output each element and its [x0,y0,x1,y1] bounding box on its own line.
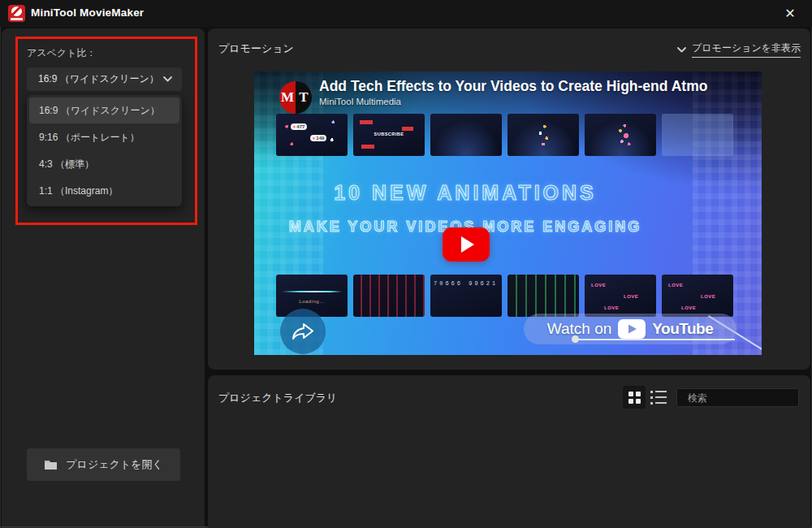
list-view-button[interactable] [650,387,672,407]
thumbnail-text: 477 [291,123,307,130]
youtube-play-button[interactable] [443,227,490,262]
search-input[interactable] [686,392,812,405]
aspect-ratio-dropdown: 16:9 （ワイドスクリーン）9:16 （ポートレート）4:3 （標準）1:1 … [27,95,182,206]
thumbnail-text: LOVE [681,305,696,310]
video-progress-handle[interactable] [572,335,579,343]
thumbnail-row-top: 477149SUBSCRIBE [254,114,762,156]
video-thumbnail-globe-pink [585,114,656,156]
youtube-video-player[interactable]: M T Add Tech Effects to Your Videos to C… [254,71,762,355]
open-project-button[interactable]: プロジェクトを開く [27,448,180,481]
promotion-title: プロモーション [218,41,294,56]
hide-promotion-link[interactable]: プロモーションを非表示 [677,41,801,58]
video-thumbnail-social: 477149 [276,114,348,156]
project-library-title: プロジェクトライブラリ [218,391,337,405]
title-bar: MiniTool MovieMaker ✕ [0,0,812,27]
video-title[interactable]: Add Tech Effects to Your Videos to Creat… [319,78,762,95]
video-headline-1: 10 NEW ANIMATIONS [254,181,676,205]
open-project-label: プロジェクトを開く [66,457,162,472]
video-thumbnail-love: LOVELOVELOVE [662,275,733,317]
video-thumbnail-subscribe: SUBSCRIBE [353,114,425,156]
aspect-ratio-select[interactable]: 16:9 （ワイドスクリーン） [27,67,182,91]
grid-view-icon [628,392,641,404]
aspect-option-3[interactable]: 1:1 （Instagram） [29,178,179,204]
thumbnail-text: 70666 99621 [434,279,499,288]
share-arrow-icon [291,322,315,341]
channel-name[interactable]: MiniTool Multimedia [319,97,401,106]
thumbnail-row-bottom: Loading...70666 99621LOVELOVELOVELOVELOV… [254,275,762,317]
youtube-label: YouTube [652,320,713,338]
aspect-option-0[interactable]: 16:9 （ワイドスクリーン） [29,97,179,123]
thumbnail-text: SUBSCRIBE [374,132,404,136]
channel-avatar[interactable]: M T [279,81,312,114]
aspect-ratio-value: 16:9 （ワイドスクリーン） [38,72,163,86]
grid-view-button[interactable] [623,386,646,409]
chevron-down-icon [677,47,686,53]
project-library-panel: プロジェクトライブラリ [208,375,810,528]
aspect-option-1[interactable]: 9:16 （ポートレート） [29,124,179,150]
thumbnail-text: LOVE [668,283,683,288]
app-logo-icon [8,5,25,22]
folder-icon [44,459,58,470]
thumbnail-text: LOVE [604,305,619,310]
video-thumbnail-matrix-red [353,275,425,317]
video-thumbnail-digits: 70666 99621 [430,275,502,317]
video-thumbnail-love: LOVELOVELOVE [585,275,656,317]
search-box [676,388,799,407]
video-progress-bar[interactable] [575,339,735,340]
thumbnail-text: 149 [310,135,326,141]
video-thumbnail-globe-dots [508,114,579,156]
aspect-ratio-label: アスペクト比： [27,46,96,60]
thumbnail-text: LOVE [624,294,638,299]
app-title: MiniTool MovieMaker [31,6,144,19]
video-thumbnail-globe [430,114,502,156]
promotion-panel: プロモーション プロモーションを非表示 M T Add Tech Effects… [208,28,810,370]
close-button[interactable]: ✕ [775,0,806,27]
video-thumbnail-faded [662,114,733,156]
play-triangle-icon [461,236,474,253]
chevron-down-icon [163,76,172,82]
thumbnail-text: LOVE [701,294,715,299]
youtube-logo-icon [618,319,646,339]
thumbnail-text: Loading... [299,299,324,304]
hide-promotion-label: プロモーションを非表示 [692,41,801,58]
app-window: { "window": { "title": "MiniTool MovieMa… [0,0,812,528]
sidebar-panel: アスペクト比： 16:9 （ワイドスクリーン） 16:9 （ワイドスクリーン）9… [2,28,205,526]
thumbnail-text: LOVE [591,283,606,288]
watch-on-label: Watch on [547,320,612,338]
aspect-option-2[interactable]: 4:3 （標準） [29,151,179,177]
video-thumbnail-matrix-green [508,275,579,317]
share-button[interactable] [280,309,326,354]
